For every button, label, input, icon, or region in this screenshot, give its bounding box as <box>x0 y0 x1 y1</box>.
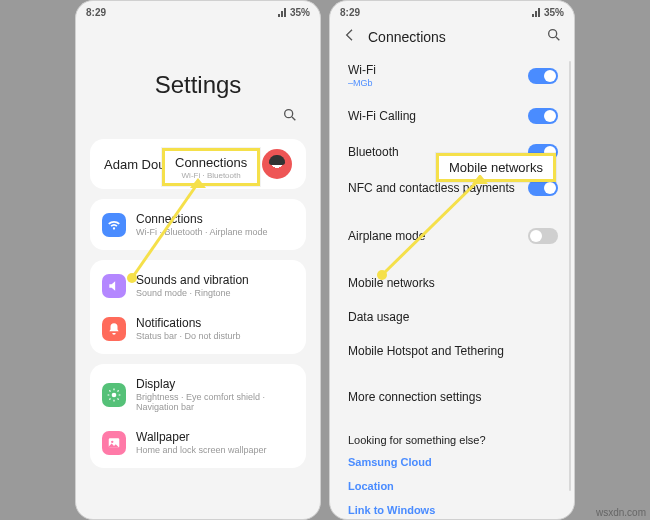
status-right: 35% <box>278 7 310 18</box>
phone-connections: 8:29 35% Connections Wi-Fi–MGb Wi-Fi Cal… <box>329 0 575 520</box>
row-data-usage[interactable]: Data usage <box>344 300 562 334</box>
link-samsung-cloud[interactable]: Samsung Cloud <box>344 450 562 474</box>
settings-card-2: Sounds and vibration Sound mode · Ringto… <box>90 260 306 354</box>
row-sub: Wi-Fi · Bluetooth · Airplane mode <box>136 227 268 237</box>
svg-point-12 <box>111 440 113 442</box>
row-notifications[interactable]: Notifications Status bar · Do not distur… <box>90 307 306 350</box>
page-title: Settings <box>76 71 320 99</box>
row-sub: Brightness · Eye comfort shield · Naviga… <box>136 392 294 412</box>
settings-card-3: Display Brightness · Eye comfort shield … <box>90 364 306 468</box>
row-label: NFC and contactless payments <box>348 181 515 195</box>
row-display[interactable]: Display Brightness · Eye comfort shield … <box>90 368 306 421</box>
page-title: Connections <box>368 29 536 45</box>
row-title: Notifications <box>136 316 241 330</box>
row-sub: Home and lock screen wallpaper <box>136 445 267 455</box>
svg-point-2 <box>112 392 117 397</box>
row-wifi-calling[interactable]: Wi-Fi Calling <box>344 98 562 134</box>
row-connections[interactable]: Connections Wi-Fi · Bluetooth · Airplane… <box>90 203 306 246</box>
image-icon <box>102 431 126 455</box>
status-time: 8:29 <box>86 7 106 18</box>
svg-point-0 <box>285 110 293 118</box>
toggle-on[interactable] <box>528 180 558 196</box>
settings-card-1: Connections Wi-Fi · Bluetooth · Airplane… <box>90 199 306 250</box>
callout-title: Connections <box>175 155 247 170</box>
row-label: Airplane mode <box>348 229 425 243</box>
toggle-off[interactable] <box>528 228 558 244</box>
row-hotspot[interactable]: Mobile Hotspot and Tethering <box>344 334 562 368</box>
status-time: 8:29 <box>340 7 360 18</box>
row-label: Mobile Hotspot and Tethering <box>348 344 504 358</box>
search-icon[interactable] <box>282 107 298 127</box>
looking-label: Looking for something else? <box>344 426 562 450</box>
sun-icon <box>102 383 126 407</box>
avatar <box>262 149 292 179</box>
callout-sub: Wi-Fi · Bluetooth <box>175 171 247 180</box>
status-bar: 8:29 35% <box>76 1 320 23</box>
status-bar: 8:29 35% <box>330 1 574 23</box>
signal-icon <box>532 7 542 17</box>
svg-line-10 <box>118 390 119 391</box>
svg-line-8 <box>118 398 119 399</box>
callout-title: Mobile networks <box>449 160 543 175</box>
row-title: Connections <box>136 212 268 226</box>
callout-connections: Connections Wi-Fi · Bluetooth <box>162 148 260 186</box>
title-bar: Connections <box>330 23 574 53</box>
watermark: wsxdn.com <box>596 507 646 518</box>
svg-line-7 <box>109 390 110 391</box>
row-mobile-networks[interactable]: Mobile networks <box>344 266 562 300</box>
status-battery: 35% <box>544 7 564 18</box>
row-title: Sounds and vibration <box>136 273 249 287</box>
toggle-on[interactable] <box>528 108 558 124</box>
phone-settings: 8:29 35% Settings Adam Doud Connections … <box>75 0 321 520</box>
svg-line-1 <box>292 117 295 120</box>
row-title: Wallpaper <box>136 430 267 444</box>
row-sub: Status bar · Do not disturb <box>136 331 241 341</box>
row-sub: Sound mode · Ringtone <box>136 288 249 298</box>
row-label: Bluetooth <box>348 145 399 159</box>
signal-icon <box>278 7 288 17</box>
row-wallpaper[interactable]: Wallpaper Home and lock screen wallpaper <box>90 421 306 464</box>
bell-icon <box>102 317 126 341</box>
row-label: Wi-Fi <box>348 63 376 77</box>
row-sub: –MGb <box>348 78 376 88</box>
callout-mobile-networks: Mobile networks <box>436 153 556 182</box>
scrollbar[interactable] <box>569 61 571 491</box>
link-windows[interactable]: Link to Windows <box>344 498 562 520</box>
row-title: Display <box>136 377 294 391</box>
row-label: Mobile networks <box>348 276 435 290</box>
sound-icon <box>102 274 126 298</box>
row-label: Data usage <box>348 310 409 324</box>
status-battery: 35% <box>290 7 310 18</box>
row-label: Wi-Fi Calling <box>348 109 416 123</box>
row-sounds[interactable]: Sounds and vibration Sound mode · Ringto… <box>90 264 306 307</box>
row-airplane[interactable]: Airplane mode <box>344 218 562 254</box>
svg-point-13 <box>549 30 557 38</box>
link-location[interactable]: Location <box>344 474 562 498</box>
back-icon[interactable] <box>342 27 358 47</box>
svg-line-9 <box>109 398 110 399</box>
wifi-icon <box>102 213 126 237</box>
row-label: More connection settings <box>348 390 481 404</box>
status-right: 35% <box>532 7 564 18</box>
toggle-on[interactable] <box>528 68 558 84</box>
search-icon[interactable] <box>546 27 562 47</box>
row-wifi[interactable]: Wi-Fi–MGb <box>344 53 562 98</box>
svg-line-14 <box>556 37 559 40</box>
row-more-conn[interactable]: More connection settings <box>344 380 562 414</box>
